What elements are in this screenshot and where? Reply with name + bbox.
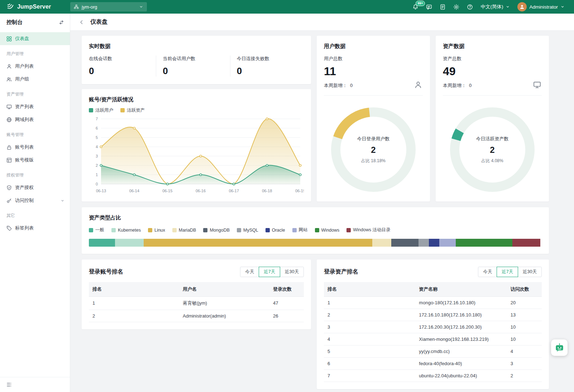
- sidebar-item-key[interactable]: 访问控制: [0, 194, 70, 207]
- stat-value: 0: [163, 66, 230, 77]
- time-filter-group: 今天近7天近30天: [240, 267, 304, 277]
- legend-item[interactable]: Oracle: [266, 228, 285, 233]
- legend-item[interactable]: MySQL: [237, 228, 258, 233]
- legend-item[interactable]: MongoDB: [203, 228, 230, 233]
- avatar: [517, 2, 527, 11]
- messages-button[interactable]: [426, 4, 432, 10]
- table-row[interactable]: 2172.16.10.180(172.16.10.180)13: [324, 309, 542, 321]
- svg-text:4: 4: [96, 145, 98, 149]
- user-data-card: 用户数据 用户总数 11 本周新增：0: [317, 36, 430, 202]
- bar-segment[interactable]: [429, 239, 439, 247]
- table-row[interactable]: 4Xiamen-mongo(192.168.123.219)10: [324, 333, 542, 345]
- table-row[interactable]: 6fedora-40(fedora-40)3: [324, 358, 542, 370]
- back-button[interactable]: [79, 19, 85, 25]
- notifications-button[interactable]: 99+: [412, 4, 418, 10]
- sidebar-item-label: 资产授权: [15, 184, 34, 191]
- legend-swatch: [120, 108, 125, 112]
- filter-button-2[interactable]: 近30天: [518, 267, 542, 277]
- legend-item[interactable]: Windows 活动目录: [346, 227, 390, 233]
- total-label: 资产总数: [443, 55, 542, 62]
- legend-swatch: [111, 228, 116, 232]
- sidebar-item-label: 用户列表: [15, 63, 34, 69]
- tickets-button[interactable]: [440, 4, 446, 10]
- login-asset-rank-card: 登录资产排名 今天近7天近30天 排名资产名称访问次数1mongo-180(17…: [317, 260, 549, 389]
- language-selector[interactable]: 中文(简体): [480, 4, 510, 10]
- sidebar-item-monitor[interactable]: 资产列表: [0, 100, 70, 113]
- sidebar-item-users[interactable]: 用户组: [0, 73, 70, 86]
- sidebar-item-user[interactable]: 用户列表: [0, 60, 70, 73]
- bar-segment[interactable]: [89, 239, 115, 247]
- bar-segment[interactable]: [418, 239, 429, 247]
- legend-item[interactable]: Linux: [148, 228, 165, 233]
- svg-text:06-18: 06-18: [262, 189, 272, 193]
- sidebar-item-label: 访问控制: [15, 197, 34, 204]
- person-icon: [519, 4, 525, 10]
- language-label: 中文(简体): [480, 4, 503, 10]
- sidebar-bottom-menu-button[interactable]: [6, 382, 12, 387]
- sidebar-item-lock[interactable]: 账号列表: [0, 141, 70, 154]
- list-icon: [6, 382, 12, 387]
- table-row[interactable]: 2Administrator(admin)26: [89, 310, 304, 322]
- legend-item[interactable]: 活跃资产: [120, 107, 145, 113]
- total-label: 用户总数: [324, 55, 423, 62]
- table-row[interactable]: 5yy(yy.cmdb.cc)4: [324, 345, 542, 358]
- document-icon: [440, 4, 446, 10]
- bar-segment[interactable]: [456, 239, 512, 247]
- user-icon: [414, 81, 422, 89]
- filter-button-1[interactable]: 近7天: [497, 267, 518, 277]
- legend-swatch: [315, 228, 319, 232]
- stat-label: 在线会话数: [89, 55, 156, 62]
- bar-segment[interactable]: [115, 239, 144, 247]
- table-row[interactable]: 1蒋育敏(jym)47: [89, 297, 304, 310]
- template-icon: [6, 158, 12, 163]
- legend-swatch: [148, 228, 152, 232]
- sidebar-item-globe[interactable]: 网域列表: [0, 113, 70, 126]
- chat-assistant-button[interactable]: [551, 339, 568, 356]
- sidebar-item-tag[interactable]: 标签列表: [0, 222, 70, 234]
- filter-button-0[interactable]: 今天: [478, 267, 497, 277]
- stat-label: 当前会话用户数: [163, 55, 230, 62]
- legend-item[interactable]: 活跃用户: [89, 107, 113, 113]
- filter-button-2[interactable]: 近30天: [280, 267, 304, 277]
- bar-segment[interactable]: [372, 239, 391, 247]
- monitor-icon: [533, 81, 541, 89]
- donut-label: 今日登录用户数: [357, 136, 390, 142]
- bar-segment[interactable]: [144, 239, 372, 247]
- legend-swatch: [89, 228, 93, 232]
- sidebar-item-shield[interactable]: 资产授权: [0, 181, 70, 194]
- sidebar-item-dashboard[interactable]: 仪表盘: [0, 32, 70, 45]
- chat-bubble-icon: [555, 343, 564, 353]
- help-button[interactable]: [467, 4, 473, 10]
- legend-item[interactable]: 一般: [89, 227, 104, 233]
- donut-ratio: 占比 18.18%: [361, 158, 386, 164]
- legend-swatch: [237, 228, 241, 232]
- week-new: 本周新增：0: [324, 82, 423, 89]
- sidebar-switch-button[interactable]: [59, 20, 64, 25]
- bar-segment[interactable]: [391, 239, 418, 247]
- dashboard-icon: [6, 36, 12, 42]
- legend-item[interactable]: Windows: [315, 228, 340, 233]
- org-selector[interactable]: jym-org: [70, 2, 147, 11]
- stat-value: 0: [89, 66, 156, 77]
- donut-center: 今日活跃资产数 2 占比 4.08%: [448, 105, 537, 194]
- table-row[interactable]: 7ubuntu-22.04(ubuntu-22.04)2: [324, 370, 542, 382]
- legend-item[interactable]: MariaDB: [172, 228, 196, 233]
- filter-button-0[interactable]: 今天: [240, 267, 259, 277]
- table-row[interactable]: 3172.16.200.30(172.16.200.30)10: [324, 321, 542, 333]
- bar-segment[interactable]: [512, 239, 540, 247]
- user-menu[interactable]: Administrator: [517, 2, 565, 11]
- donut-center: 今日登录用户数 2 占比 18.18%: [329, 105, 418, 194]
- settings-button[interactable]: [453, 4, 459, 10]
- table-row[interactable]: 1mongo-180(172.16.10.180)20: [324, 297, 542, 309]
- legend-item[interactable]: Kubernetes: [111, 228, 141, 233]
- lock-icon: [6, 145, 12, 150]
- donut-label: 今日活跃资产数: [476, 136, 509, 142]
- svg-text:1: 1: [96, 173, 98, 177]
- sidebar-group-label: 账号管理: [0, 126, 70, 141]
- activity-card: 账号/资产活跃情况 活跃用户活跃资产 0123456706-1306-1406-…: [82, 89, 311, 202]
- legend-item[interactable]: 网站: [292, 227, 308, 233]
- filter-button-1[interactable]: 近7天: [259, 267, 280, 277]
- svg-text:06-17: 06-17: [229, 189, 239, 193]
- sidebar-item-template[interactable]: 账号模版: [0, 154, 70, 166]
- bar-segment[interactable]: [439, 239, 456, 247]
